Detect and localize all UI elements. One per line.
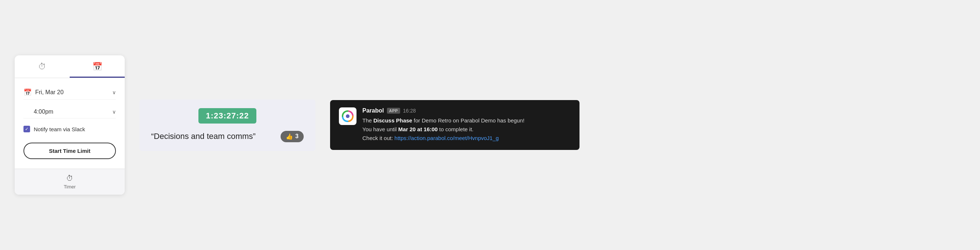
slack-header: Parabol APP 16:28 <box>363 107 571 114</box>
panel-content: 📅 Fri, Mar 20 ∨ 4:00pm ∨ ✓ Notify team v… <box>15 78 125 166</box>
bottom-timer-label: Timer <box>64 184 76 189</box>
timer-display: 1:23:27:22 <box>199 108 256 124</box>
slack-msg-until: You have until <box>363 126 398 132</box>
slack-check-it-out: Check it out: <box>363 135 395 141</box>
notify-row: ✓ Notify team via Slack <box>24 124 116 134</box>
svg-point-1 <box>346 115 350 118</box>
checkmark-icon: ✓ <box>25 126 29 132</box>
tab-calendar[interactable]: 📅 <box>70 55 125 78</box>
tab-bar: ⏱ 📅 <box>15 55 125 78</box>
time-value: 4:00pm <box>24 108 108 115</box>
start-time-limit-button[interactable]: Start Time Limit <box>24 143 116 159</box>
parabol-logo <box>339 107 356 125</box>
slack-msg-prefix: The <box>363 117 373 124</box>
center-card: 1:23:27:22 “Decisions and team comms” 👍 … <box>139 99 315 151</box>
time-row[interactable]: 4:00pm ∨ <box>24 105 116 118</box>
slack-msg-bold1: Discuss Phase <box>373 117 412 124</box>
tab-timer[interactable]: ⏱ <box>15 55 70 78</box>
topic-text: “Decisions and team comms” <box>151 132 256 141</box>
thumbs-up-icon: 👍 <box>286 133 293 140</box>
date-icon: 📅 <box>24 88 32 96</box>
calendar-tab-icon: 📅 <box>92 62 102 72</box>
topic-row: “Decisions and team comms” 👍 3 <box>151 131 304 142</box>
date-row[interactable]: 📅 Fri, Mar 20 ∨ <box>24 85 116 100</box>
date-value: Fri, Mar 20 <box>35 89 108 96</box>
like-badge[interactable]: 👍 3 <box>281 131 304 142</box>
left-panel: ⏱ 📅 📅 Fri, Mar 20 ∨ 4:00pm ∨ ✓ Notify te… <box>15 55 125 195</box>
time-chevron-icon: ∨ <box>112 109 116 115</box>
bottom-timer-icon: ⏱ <box>66 174 73 183</box>
slack-message: The Discuss Phase for Demo Retro on Para… <box>363 116 571 143</box>
slack-app-badge: APP <box>387 108 400 114</box>
slack-msg-bold2: Mar 20 at 16:00 <box>398 126 438 132</box>
date-chevron-icon: ∨ <box>112 89 116 95</box>
slack-time: 16:28 <box>403 108 416 114</box>
notify-label: Notify team via Slack <box>34 126 85 132</box>
like-count: 3 <box>295 133 299 140</box>
slack-body: Parabol APP 16:28 The Discuss Phase for … <box>363 107 571 143</box>
slack-link[interactable]: https://action.parabol.co/meet/HvnpvoJ1_… <box>395 135 499 141</box>
slack-msg-middle2: to complete it. <box>438 126 474 132</box>
slack-notification: Parabol APP 16:28 The Discuss Phase for … <box>330 100 579 150</box>
slack-app-name: Parabol <box>363 107 384 114</box>
notify-checkbox[interactable]: ✓ <box>24 126 30 132</box>
bottom-timer-tab[interactable]: ⏱ Timer <box>15 169 125 195</box>
timer-tab-icon: ⏱ <box>38 62 46 72</box>
slack-msg-middle1: for Demo Retro on Parabol Demo has begun… <box>412 117 525 124</box>
